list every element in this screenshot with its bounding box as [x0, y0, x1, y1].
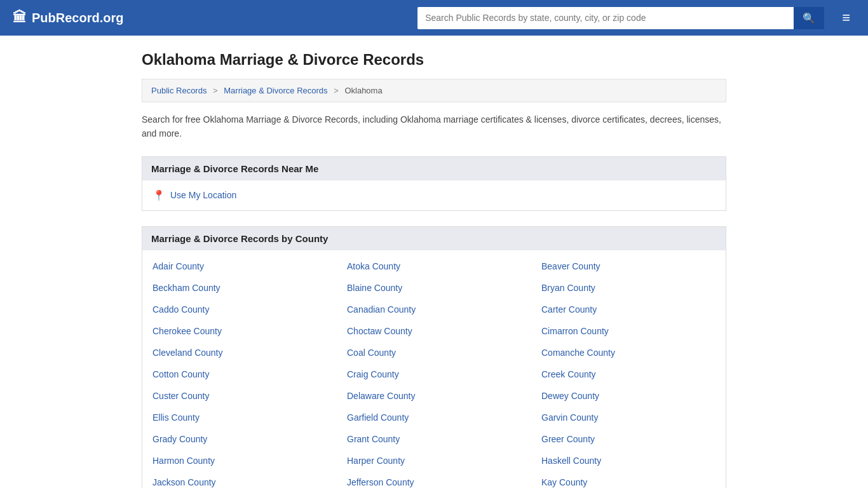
- county-link[interactable]: Comanche County: [541, 348, 615, 358]
- county-link[interactable]: Cleveland County: [153, 348, 223, 358]
- list-item: Atoka County: [337, 255, 531, 277]
- hamburger-icon: ≡: [842, 10, 850, 25]
- county-link[interactable]: Jackson County: [153, 477, 216, 487]
- county-link[interactable]: Bryan County: [541, 283, 595, 293]
- county-link[interactable]: Blaine County: [347, 283, 402, 293]
- page-description: Search for free Oklahoma Marriage & Divo…: [142, 112, 726, 141]
- list-item: Greer County: [531, 428, 726, 450]
- breadcrumb-sep-1: >: [213, 86, 218, 95]
- list-item: Carter County: [531, 299, 726, 320]
- county-link[interactable]: Kay County: [541, 477, 587, 487]
- search-bar: 🔍: [417, 7, 824, 29]
- breadcrumb-marriage-divorce[interactable]: Marriage & Divorce Records: [224, 86, 327, 95]
- county-section: Marriage & Divorce Records by County Ada…: [142, 226, 726, 488]
- list-item: Delaware County: [337, 385, 531, 407]
- search-button[interactable]: 🔍: [794, 7, 824, 29]
- county-link[interactable]: Coal County: [347, 348, 396, 358]
- county-link[interactable]: Grant County: [347, 434, 400, 444]
- county-link[interactable]: Ellis County: [153, 412, 200, 423]
- site-logo[interactable]: 🏛 PubRecord.org: [13, 10, 123, 26]
- list-item: Kay County: [531, 471, 726, 488]
- county-link[interactable]: Caddo County: [153, 304, 210, 315]
- list-item: Choctaw County: [337, 320, 531, 342]
- breadcrumb-current: Oklahoma: [344, 86, 382, 95]
- county-link[interactable]: Garfield County: [347, 412, 409, 423]
- county-link[interactable]: Custer County: [153, 391, 209, 401]
- county-link[interactable]: Cimarron County: [541, 326, 609, 336]
- county-link[interactable]: Garvin County: [541, 412, 598, 423]
- list-item: Cleveland County: [142, 342, 337, 363]
- list-item: Caddo County: [142, 299, 337, 320]
- list-item: Cotton County: [142, 363, 337, 385]
- search-input[interactable]: [417, 7, 794, 29]
- county-link[interactable]: Canadian County: [347, 304, 416, 315]
- list-item: Beaver County: [531, 255, 726, 277]
- county-link[interactable]: Greer County: [541, 434, 595, 444]
- use-location-link[interactable]: Use My Location: [170, 190, 236, 200]
- county-section-header: Marriage & Divorce Records by County: [142, 227, 726, 250]
- search-icon: 🔍: [803, 13, 815, 24]
- list-item: Haskell County: [531, 450, 726, 471]
- page-title: Oklahoma Marriage & Divorce Records: [142, 51, 726, 69]
- list-item: Garvin County: [531, 407, 726, 428]
- list-item: Custer County: [142, 385, 337, 407]
- near-me-header: Marriage & Divorce Records Near Me: [142, 157, 726, 180]
- list-item: Cherokee County: [142, 320, 337, 342]
- location-pin-icon: 📍: [153, 189, 165, 201]
- near-me-section: Marriage & Divorce Records Near Me 📍 Use…: [142, 156, 726, 211]
- list-item: Jefferson County: [337, 471, 531, 488]
- list-item: Ellis County: [142, 407, 337, 428]
- county-link[interactable]: Harmon County: [153, 456, 215, 466]
- county-link[interactable]: Cherokee County: [153, 326, 222, 336]
- list-item: Comanche County: [531, 342, 726, 363]
- county-link[interactable]: Cotton County: [153, 369, 210, 379]
- main-content: Oklahoma Marriage & Divorce Records Publ…: [129, 36, 739, 488]
- county-link[interactable]: Grady County: [153, 434, 207, 444]
- breadcrumb-sep-2: >: [334, 86, 339, 95]
- county-link[interactable]: Carter County: [541, 304, 597, 315]
- county-link[interactable]: Adair County: [153, 261, 204, 271]
- county-link[interactable]: Jefferson County: [347, 477, 414, 487]
- list-item: Coal County: [337, 342, 531, 363]
- county-link[interactable]: Dewey County: [541, 391, 599, 401]
- list-item: Creek County: [531, 363, 726, 385]
- list-item: Cimarron County: [531, 320, 726, 342]
- list-item: Harmon County: [142, 450, 337, 471]
- list-item: Jackson County: [142, 471, 337, 488]
- breadcrumb-public-records[interactable]: Public Records: [151, 86, 207, 95]
- county-link[interactable]: Atoka County: [347, 261, 400, 271]
- list-item: Grady County: [142, 428, 337, 450]
- list-item: Canadian County: [337, 299, 531, 320]
- list-item: Craig County: [337, 363, 531, 385]
- list-item: Bryan County: [531, 277, 726, 299]
- list-item: Beckham County: [142, 277, 337, 299]
- list-item: Blaine County: [337, 277, 531, 299]
- county-link[interactable]: Creek County: [541, 369, 596, 379]
- county-link[interactable]: Beckham County: [153, 283, 220, 293]
- site-header: 🏛 PubRecord.org 🔍 ≡: [0, 0, 868, 36]
- list-item: Dewey County: [531, 385, 726, 407]
- county-link[interactable]: Beaver County: [541, 261, 600, 271]
- logo-text: PubRecord.org: [32, 11, 123, 25]
- list-item: Grant County: [337, 428, 531, 450]
- menu-button[interactable]: ≡: [837, 7, 855, 29]
- county-link[interactable]: Harper County: [347, 456, 405, 466]
- list-item: Garfield County: [337, 407, 531, 428]
- list-item: Adair County: [142, 255, 337, 277]
- county-link[interactable]: Choctaw County: [347, 326, 412, 336]
- near-me-content: 📍 Use My Location: [142, 180, 726, 210]
- logo-icon: 🏛: [13, 10, 27, 26]
- breadcrumb: Public Records > Marriage & Divorce Reco…: [142, 79, 726, 102]
- county-link[interactable]: Haskell County: [541, 456, 601, 466]
- county-link[interactable]: Craig County: [347, 369, 399, 379]
- county-link[interactable]: Delaware County: [347, 391, 415, 401]
- county-grid: Adair CountyAtoka CountyBeaver CountyBec…: [142, 250, 726, 488]
- list-item: Harper County: [337, 450, 531, 471]
